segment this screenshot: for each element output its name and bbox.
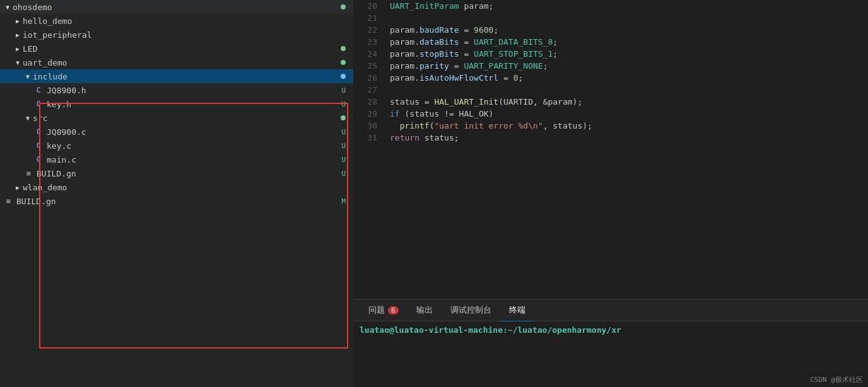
code-editor: 20 21 22 23 24 25 26 27 28 29 30 31 UART… bbox=[353, 0, 868, 387]
modified-dot bbox=[341, 46, 346, 51]
tree-label: wlan_demo bbox=[23, 183, 346, 192]
c-file-icon: C bbox=[33, 86, 44, 95]
tree-item-keyh[interactable]: C key.h U bbox=[0, 97, 353, 111]
tree-item-ohosdemo[interactable]: ▼ ohosdemo bbox=[0, 0, 353, 14]
code-line-26: param.isAutoHwFlowCtrl = 0; bbox=[390, 72, 868, 84]
tab-problems[interactable]: 问题 6 bbox=[360, 299, 408, 321]
collapse-arrow: ▶ bbox=[13, 184, 23, 191]
tree-label: JQ8900.c bbox=[47, 127, 336, 137]
tab-problems-label: 问题 bbox=[368, 304, 385, 316]
tree-item-buildgn[interactable]: ≡ BUILD.gn U bbox=[0, 166, 353, 180]
code-view: 20 21 22 23 24 25 26 27 28 29 30 31 UART… bbox=[353, 0, 868, 299]
tab-terminal-label: 终端 bbox=[509, 304, 525, 316]
tree-item-buildgn-root[interactable]: ≡ BUILD.gn M bbox=[0, 194, 353, 208]
code-line-28: status = HAL_UART_Init(UARTID, &param); bbox=[390, 96, 868, 108]
tree-item-keyc[interactable]: C key.c U bbox=[0, 139, 353, 153]
code-line-25: param.parity = UART_PARITY_NONE; bbox=[390, 60, 868, 72]
tree-label: LED bbox=[23, 44, 341, 54]
collapse-arrow: ▶ bbox=[13, 45, 23, 52]
modified-dot bbox=[341, 4, 346, 9]
tree-item-uart-demo[interactable]: ▼ uart_demo bbox=[0, 55, 353, 69]
modified-dot bbox=[341, 115, 346, 120]
git-badge: U bbox=[336, 142, 346, 150]
tree-item-mainc[interactable]: C main.c U bbox=[0, 153, 353, 166]
code-line-30: printf("uart init error %d\n", status); bbox=[390, 120, 868, 132]
code-line-29: if (status != HAL_OK) bbox=[390, 108, 868, 120]
tree-label: ohosdemo bbox=[13, 3, 341, 12]
code-line-23: param.dataBits = UART_DATA_BITS_8; bbox=[390, 36, 868, 48]
modified-dot bbox=[341, 74, 346, 79]
file-explorer: ▼ ohosdemo ▶ hello_demo ▶ iot_peripheral… bbox=[0, 0, 353, 387]
watermark: CSDN @极术社区 bbox=[810, 375, 863, 384]
tree-item-jq8900h[interactable]: C JQ8900.h U bbox=[0, 83, 353, 97]
terminal-line-1: luatao@luatao-virtual-machine:~/luatao/o… bbox=[360, 325, 862, 335]
collapse-arrow: ▶ bbox=[13, 32, 23, 38]
collapse-arrow: ▼ bbox=[3, 4, 13, 11]
tab-debug-label: 调试控制台 bbox=[450, 304, 491, 316]
tree-label: BUILD.gn bbox=[16, 197, 336, 206]
terminal-output: luatao@luatao-virtual-machine:~/luatao/o… bbox=[353, 321, 868, 387]
tree-label: src bbox=[33, 113, 341, 123]
code-line-20: UART_InitParam param; bbox=[390, 0, 868, 12]
code-line-22: param.baudRate = 9600; bbox=[390, 24, 868, 36]
c-file-icon: C bbox=[33, 127, 44, 136]
git-badge: U bbox=[336, 156, 346, 164]
tree-item-wlan-demo[interactable]: ▶ wlan_demo bbox=[0, 180, 353, 194]
tree-item-led[interactable]: ▶ LED bbox=[0, 42, 353, 55]
collapse-arrow: ▶ bbox=[13, 18, 23, 25]
git-badge: M bbox=[336, 197, 346, 205]
terminal-prompt: luatao@luatao-virtual-machine:~/luatao/o… bbox=[360, 325, 621, 335]
c-file-icon: C bbox=[33, 141, 44, 150]
tree-label: JQ8900.h bbox=[47, 86, 336, 95]
code-lines: UART_InitParam param; param.baudRate = 9… bbox=[384, 0, 868, 299]
problems-count-badge: 6 bbox=[388, 306, 399, 315]
tree-label: uart_demo bbox=[23, 58, 341, 67]
tab-terminal[interactable]: 终端 bbox=[500, 299, 534, 321]
tree-label: main.c bbox=[47, 155, 336, 165]
git-badge: U bbox=[336, 86, 346, 95]
tree-item-hello-demo[interactable]: ▶ hello_demo bbox=[0, 14, 353, 28]
tree-view: ▼ ohosdemo ▶ hello_demo ▶ iot_peripheral… bbox=[0, 0, 353, 208]
code-line-27 bbox=[390, 84, 868, 96]
c-file-icon: C bbox=[33, 100, 44, 108]
tree-item-src[interactable]: ▼ src bbox=[0, 111, 353, 125]
code-line-21 bbox=[390, 12, 868, 24]
tree-label: key.h bbox=[47, 100, 336, 109]
tree-item-jq8900c[interactable]: C JQ8900.c U bbox=[0, 125, 353, 139]
code-line-31: return status; bbox=[390, 132, 868, 144]
tree-label: include bbox=[33, 72, 341, 81]
git-badge: U bbox=[336, 128, 346, 136]
tree-label: iot_peripheral bbox=[23, 30, 346, 40]
build-file-icon: ≡ bbox=[23, 169, 34, 178]
collapse-arrow: ▼ bbox=[23, 115, 33, 122]
line-numbers: 20 21 22 23 24 25 26 27 28 29 30 31 bbox=[353, 0, 384, 299]
tab-output-label: 输出 bbox=[416, 304, 433, 316]
modified-dot bbox=[341, 60, 346, 65]
tab-debug-console[interactable]: 调试控制台 bbox=[442, 299, 500, 321]
tree-label: hello_demo bbox=[23, 16, 346, 26]
tree-label: BUILD.gn bbox=[37, 169, 336, 178]
c-file-icon: C bbox=[33, 155, 44, 164]
git-badge: U bbox=[336, 100, 346, 108]
panel-tab-bar: 问题 6 输出 调试控制台 终端 bbox=[353, 299, 868, 321]
git-badge: U bbox=[336, 170, 346, 178]
tree-item-include[interactable]: ▼ include bbox=[0, 69, 353, 83]
bottom-panel: 问题 6 输出 调试控制台 终端 luatao@luatao-virtual-m… bbox=[353, 299, 868, 387]
code-line-24: param.stopBits = UART_STOP_BITS_1; bbox=[390, 48, 868, 60]
tab-output[interactable]: 输出 bbox=[408, 299, 442, 321]
collapse-arrow: ▼ bbox=[23, 73, 33, 80]
tree-item-iot-peripheral[interactable]: ▶ iot_peripheral bbox=[0, 28, 353, 42]
build-file-icon: ≡ bbox=[3, 197, 14, 205]
tree-label: key.c bbox=[47, 141, 336, 151]
collapse-arrow: ▼ bbox=[13, 59, 23, 66]
